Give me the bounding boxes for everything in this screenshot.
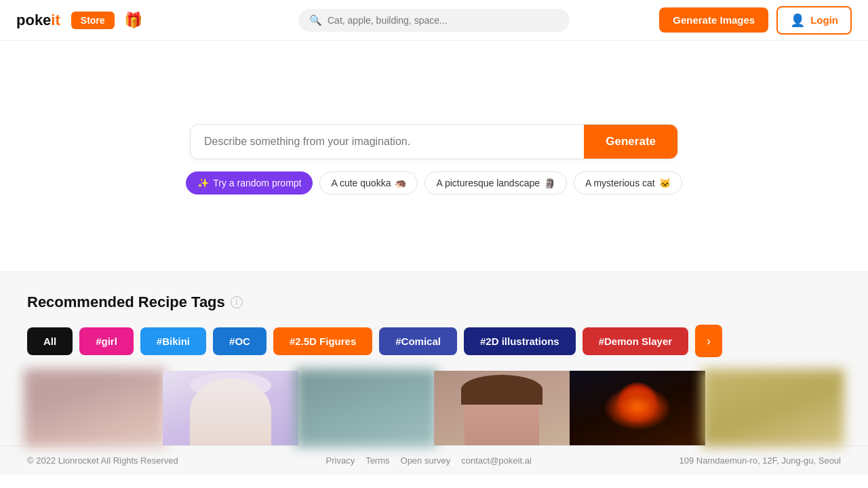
tag-bar: All #girl #Bikini #OC #2.5D Figures #Com… bbox=[27, 325, 841, 357]
cat-chip[interactable]: A mysterious cat 🐱 bbox=[574, 171, 682, 195]
quokka-icon: 🦔 bbox=[395, 178, 406, 188]
grid-item-3[interactable] bbox=[295, 369, 437, 447]
logo-poke: poke bbox=[16, 12, 51, 29]
generate-button[interactable]: Generate bbox=[584, 125, 677, 159]
info-icon[interactable]: i bbox=[231, 296, 243, 308]
tag-figures-button[interactable]: #2.5D Figures bbox=[273, 327, 372, 355]
image-grid bbox=[27, 371, 841, 445]
recommended-section: Recommended Recipe Tags i All #girl #Bik… bbox=[0, 272, 868, 445]
header: pokeit Store 🎁 🔍 Generate Images 👤 Login bbox=[0, 0, 868, 41]
grid-item-1[interactable] bbox=[24, 369, 166, 447]
recommended-title: Recommended Recipe Tags bbox=[27, 293, 225, 311]
tag-2d-button[interactable]: #2D illustrations bbox=[464, 327, 576, 355]
search-icon: 🔍 bbox=[309, 14, 322, 26]
login-button[interactable]: 👤 Login bbox=[776, 6, 852, 35]
header-search-bar: 🔍 bbox=[298, 9, 570, 32]
contact-link[interactable]: contact@pokeit.ai bbox=[461, 455, 532, 466]
cat-chip-label: A mysterious cat bbox=[585, 178, 655, 188]
grid-item-5[interactable] bbox=[570, 371, 705, 445]
next-tag-button[interactable]: › bbox=[695, 325, 722, 357]
survey-link[interactable]: Open survey bbox=[401, 455, 451, 466]
grid-item-6[interactable] bbox=[702, 369, 844, 447]
store-button[interactable]: Store bbox=[71, 12, 115, 29]
random-prompt-chip[interactable]: ✨ Try a random prompt bbox=[186, 171, 313, 195]
quokka-chip[interactable]: A cute quokka 🦔 bbox=[319, 171, 418, 195]
recommended-header: Recommended Recipe Tags i bbox=[27, 293, 841, 311]
terms-link[interactable]: Terms bbox=[366, 455, 389, 466]
random-icon: ✨ bbox=[197, 178, 209, 188]
landscape-icon: 🗿 bbox=[544, 178, 555, 188]
user-circle-icon: 👤 bbox=[790, 13, 805, 28]
cat-icon: 🐱 bbox=[659, 178, 671, 188]
random-chip-label: Try a random prompt bbox=[213, 178, 301, 188]
privacy-link[interactable]: Privacy bbox=[326, 455, 355, 466]
gift-icon[interactable]: 🎁 bbox=[124, 12, 142, 29]
tag-comical-button[interactable]: #Comical bbox=[379, 327, 457, 355]
footer: © 2022 Lionrocket All Rights Reserved Pr… bbox=[0, 445, 868, 475]
tag-girl-button[interactable]: #girl bbox=[79, 327, 134, 355]
login-label: Login bbox=[810, 14, 838, 26]
prompt-input[interactable] bbox=[191, 125, 584, 159]
tag-all-button[interactable]: All bbox=[27, 327, 73, 355]
grid-item-4[interactable] bbox=[434, 371, 570, 445]
tag-oc-button[interactable]: #OC bbox=[213, 327, 267, 355]
footer-links: Privacy Terms Open survey contact@pokeit… bbox=[326, 455, 532, 466]
logo[interactable]: pokeit bbox=[16, 12, 60, 29]
tag-demon-button[interactable]: #Demon Slayer bbox=[583, 327, 688, 355]
prompt-bar: Generate bbox=[190, 124, 678, 159]
footer-address: 109 Namdaemun-ro, 12F, Jung-gu, Seoul bbox=[679, 455, 841, 466]
hero-section: Generate ✨ Try a random prompt A cute qu… bbox=[0, 41, 868, 271]
logo-it: it bbox=[51, 12, 60, 29]
quokka-chip-label: A cute quokka bbox=[331, 178, 391, 188]
grid-item-2[interactable] bbox=[163, 371, 298, 445]
search-input[interactable] bbox=[328, 15, 559, 26]
copyright: © 2022 Lionrocket All Rights Reserved bbox=[27, 455, 178, 466]
prompt-chips: ✨ Try a random prompt A cute quokka 🦔 A … bbox=[186, 171, 682, 195]
landscape-chip-label: A picturesque landscape bbox=[436, 178, 540, 188]
generate-images-button[interactable]: Generate Images bbox=[659, 7, 768, 33]
tag-bikini-button[interactable]: #Bikini bbox=[140, 327, 206, 355]
landscape-chip[interactable]: A picturesque landscape 🗿 bbox=[425, 171, 567, 195]
